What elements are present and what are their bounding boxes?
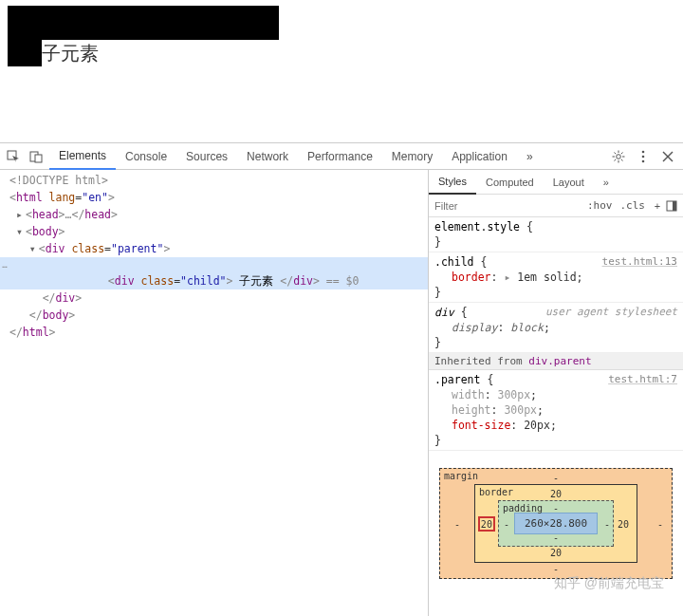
tab-application[interactable]: Application	[442, 143, 517, 169]
box-model-diagram[interactable]: margin - - - - border 20 20 20 20 paddin…	[429, 451, 683, 596]
svg-point-3	[617, 154, 621, 159]
styles-tabs: Styles Computed Layout »	[429, 170, 683, 195]
watermark-text: 知乎 @前端充电宝	[554, 575, 664, 592]
hov-toggle[interactable]: :hov	[583, 199, 617, 212]
source-link[interactable]: test.html:7	[608, 372, 677, 387]
devtools-main-tabs: Elements Console Sources Network Perform…	[49, 143, 605, 169]
box-border: border 20 20 20 20 padding - - - - 260×2…	[474, 484, 637, 563]
svg-line-9	[621, 159, 623, 160]
close-icon[interactable]	[658, 147, 677, 166]
svg-line-10	[621, 152, 623, 154]
ua-stylesheet-note: user agent stylesheet	[545, 305, 677, 320]
cls-toggle[interactable]: .cls	[617, 199, 650, 212]
box-margin: margin - - - - border 20 20 20 20 paddin…	[439, 468, 673, 579]
rule-child[interactable]: .child { test.html:13 border: ▸ 1em soli…	[429, 252, 683, 303]
inherited-selector-link[interactable]: div.parent	[528, 355, 591, 367]
dom-selected-marker: …	[0, 257, 9, 272]
dom-line-selected[interactable]: … <div class="child"> 子元素 </div> == $0	[0, 257, 428, 289]
caret-right-icon[interactable]: ▸	[16, 207, 26, 222]
devtools-panel: Elements Console Sources Network Perform…	[0, 142, 683, 616]
dom-tree-panel[interactable]: <!DOCTYPE html> <html lang="en"> ▸<head>…	[0, 170, 429, 616]
rule-element-style[interactable]: element.style { }	[429, 217, 683, 252]
svg-point-12	[642, 150, 645, 153]
dom-line[interactable]: <!DOCTYPE html>	[0, 172, 428, 189]
styles-tab-layout[interactable]: Layout	[544, 170, 594, 194]
tab-memory[interactable]: Memory	[382, 143, 442, 169]
svg-rect-2	[35, 155, 42, 162]
tab-network[interactable]: Network	[237, 143, 298, 169]
styles-filter-input[interactable]	[429, 195, 583, 216]
rule-ua-div[interactable]: div { user agent stylesheet display: blo…	[429, 303, 683, 353]
tab-performance[interactable]: Performance	[298, 143, 382, 169]
highlight-border-left	[478, 516, 495, 532]
inspect-icon[interactable]	[4, 147, 23, 166]
tabs-more[interactable]: »	[517, 143, 543, 169]
devtools-split: <!DOCTYPE html> <html lang="en"> ▸<head>…	[0, 170, 683, 616]
svg-line-11	[615, 159, 617, 160]
styles-tab-computed[interactable]: Computed	[476, 170, 544, 194]
tab-console[interactable]: Console	[116, 143, 176, 169]
tab-sources[interactable]: Sources	[176, 143, 237, 169]
demo-child-box: 子元素	[42, 40, 279, 66]
rule-parent[interactable]: .parent { test.html:7 width: 300px; heig…	[429, 370, 683, 451]
dom-line[interactable]: <html lang="en">	[0, 189, 428, 206]
dom-line[interactable]: </html>	[0, 324, 428, 341]
caret-down-icon[interactable]: ▾	[29, 241, 39, 256]
styles-tab-styles[interactable]: Styles	[429, 171, 476, 195]
rendered-page: 子元素	[0, 0, 683, 142]
devtools-top-right	[609, 147, 679, 166]
caret-down-icon[interactable]: ▾	[16, 224, 26, 239]
styles-filter-row: :hov .cls +	[429, 195, 683, 217]
toggle-panel-icon[interactable]	[666, 200, 683, 212]
tab-elements[interactable]: Elements	[49, 144, 116, 170]
new-style-rule-icon[interactable]: +	[649, 200, 666, 212]
svg-rect-18	[673, 201, 676, 211]
dom-line[interactable]: </body>	[0, 307, 428, 324]
box-padding: padding - - - - 260×28.800	[498, 500, 614, 547]
styles-tab-more[interactable]: »	[594, 170, 618, 194]
gear-icon[interactable]	[609, 147, 628, 166]
svg-point-14	[642, 159, 645, 162]
svg-point-13	[642, 155, 645, 158]
dom-line[interactable]: ▸<head>…</head>	[0, 206, 428, 223]
styles-sidebar: Styles Computed Layout » :hov .cls + ele…	[429, 170, 683, 616]
demo-parent-box: 子元素	[8, 6, 279, 66]
devtools-top-bar: Elements Console Sources Network Perform…	[0, 143, 683, 170]
source-link[interactable]: test.html:13	[602, 254, 677, 270]
inherited-from-bar: Inherited from div.parent	[429, 353, 683, 370]
dom-line[interactable]: ▾<div class="parent">	[0, 240, 428, 257]
dom-line[interactable]: ▾<body>	[0, 223, 428, 240]
svg-line-8	[615, 152, 617, 154]
dom-line[interactable]: </div>	[0, 289, 428, 307]
kebab-icon[interactable]	[634, 147, 653, 166]
device-toggle-icon[interactable]	[27, 147, 46, 166]
